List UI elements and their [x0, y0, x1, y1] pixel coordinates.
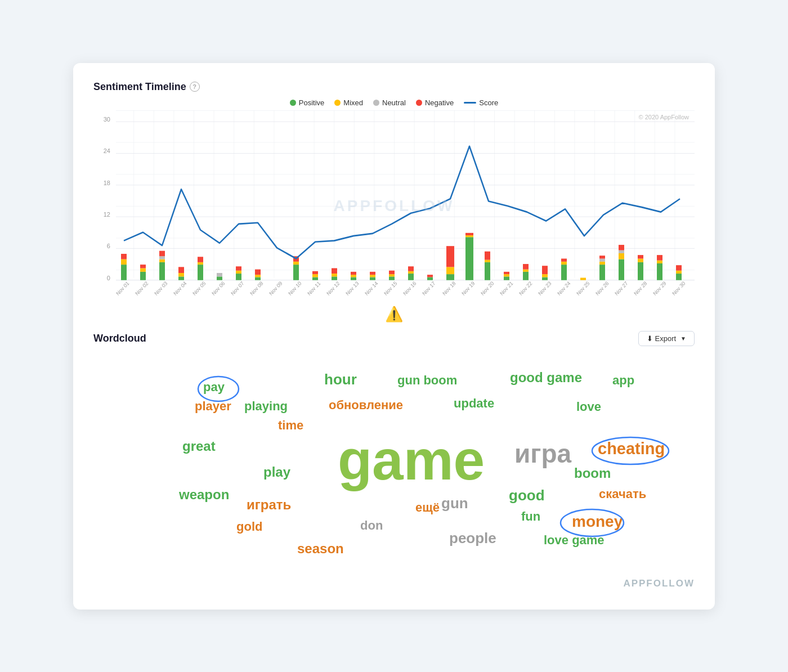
svg-rect-91: [599, 256, 605, 258]
word-weapon: weapon: [179, 488, 229, 501]
svg-rect-98: [638, 255, 643, 258]
svg-rect-68: [446, 246, 454, 267]
svg-rect-100: [657, 260, 662, 263]
word-igra: игра: [514, 441, 571, 467]
svg-rect-99: [657, 263, 662, 280]
svg-rect-76: [504, 274, 509, 276]
word-obnovlenie: обновление: [329, 399, 403, 411]
word-love: love: [576, 401, 601, 413]
svg-rect-90: [599, 258, 605, 261]
svg-text:Nov 19: Nov 19: [460, 280, 476, 297]
legend-score-line: [464, 102, 476, 104]
svg-text:Nov 11: Nov 11: [306, 280, 321, 297]
help-icon[interactable]: ?: [190, 82, 200, 92]
svg-rect-35: [217, 276, 222, 280]
svg-rect-71: [465, 232, 473, 235]
svg-rect-33: [198, 262, 203, 264]
svg-text:Nov 21: Nov 21: [499, 280, 514, 297]
svg-rect-103: [676, 270, 682, 273]
word-great: great: [182, 440, 216, 453]
svg-rect-93: [619, 253, 624, 259]
svg-text:Nov 29: Nov 29: [652, 280, 667, 297]
svg-rect-94: [619, 250, 624, 253]
svg-rect-28: [159, 250, 165, 256]
svg-text:Nov 06: Nov 06: [211, 280, 226, 297]
legend-neutral: Neutral: [373, 98, 406, 107]
svg-rect-34: [198, 257, 203, 262]
svg-rect-84: [561, 265, 567, 280]
svg-rect-24: [140, 265, 146, 268]
svg-rect-58: [389, 276, 395, 280]
svg-text:18: 18: [104, 179, 110, 186]
svg-rect-62: [408, 271, 414, 273]
svg-text:Nov 07: Nov 07: [230, 280, 245, 297]
legend-negative-label: Negative: [425, 98, 454, 107]
svg-text:Nov 18: Nov 18: [441, 280, 456, 297]
svg-rect-82: [542, 274, 548, 277]
legend-positive-label: Positive: [299, 98, 325, 107]
svg-rect-88: [599, 265, 605, 280]
svg-text:Nov 17: Nov 17: [421, 280, 436, 297]
main-card: Sentiment Timeline ? Positive Mixed Neut…: [73, 63, 715, 610]
svg-text:Nov 28: Nov 28: [633, 280, 648, 297]
svg-rect-39: [236, 266, 241, 270]
svg-rect-66: [446, 274, 454, 280]
word-gun: gun: [441, 496, 468, 510]
svg-rect-55: [370, 277, 375, 280]
legend-positive: Positive: [290, 98, 325, 107]
wordcloud-header: Wordcloud ⬇ Export ▼: [93, 331, 695, 346]
svg-rect-86: [561, 258, 567, 261]
svg-rect-47: [312, 274, 318, 277]
svg-rect-101: [657, 255, 662, 261]
svg-text:Nov 09: Nov 09: [268, 280, 283, 297]
legend-neutral-dot: [373, 100, 379, 106]
svg-rect-51: [332, 268, 337, 274]
svg-rect-42: [255, 269, 261, 275]
word-gun-boom: gun boom: [397, 374, 457, 387]
svg-text:12: 12: [104, 210, 110, 217]
footer-watermark: APPFOLLOW: [93, 578, 695, 589]
svg-rect-50: [332, 274, 337, 276]
svg-text:Nov 14: Nov 14: [364, 280, 379, 297]
word-app: app: [612, 374, 634, 387]
export-button[interactable]: ⬇ Export ▼: [638, 331, 695, 346]
svg-rect-25: [159, 262, 165, 280]
word-love-game: love game: [544, 534, 605, 546]
svg-text:Nov 15: Nov 15: [383, 280, 398, 297]
svg-rect-69: [465, 237, 473, 280]
svg-rect-95: [619, 245, 624, 250]
word-playing: playing: [244, 400, 288, 413]
svg-text:Nov 26: Nov 26: [594, 280, 610, 297]
svg-rect-92: [619, 259, 624, 280]
svg-rect-89: [599, 261, 605, 264]
chart-title-section: Sentiment Timeline ?: [93, 81, 695, 93]
svg-text:Nov 01: Nov 01: [115, 280, 130, 297]
svg-rect-70: [465, 235, 473, 237]
legend-mixed-label: Mixed: [343, 98, 363, 107]
word-gold: gold: [236, 521, 262, 533]
chart-copyright: © 2020 AppFollow: [639, 114, 689, 120]
svg-rect-80: [523, 264, 529, 270]
svg-text:Nov 12: Nov 12: [325, 280, 341, 297]
word-fun: fun: [521, 510, 540, 523]
chart-container: APPFOLLOW © 2020 AppFollow 0 6 12 18 24 …: [93, 110, 695, 302]
word-player: player: [195, 400, 231, 413]
legend-neutral-label: Neutral: [382, 98, 406, 107]
export-icon: ⬇: [647, 334, 653, 343]
svg-text:Nov 03: Nov 03: [153, 280, 168, 297]
svg-rect-83: [542, 266, 548, 274]
svg-rect-64: [427, 277, 433, 280]
svg-text:0: 0: [107, 274, 110, 281]
warning-icon: ⚠️: [385, 306, 403, 323]
svg-rect-78: [523, 271, 529, 280]
svg-rect-60: [389, 270, 395, 274]
svg-rect-0: [116, 110, 695, 278]
svg-rect-81: [542, 277, 548, 280]
svg-rect-27: [159, 256, 165, 259]
svg-text:Nov 20: Nov 20: [480, 280, 495, 297]
svg-rect-73: [485, 259, 490, 262]
svg-rect-77: [504, 271, 509, 274]
svg-rect-49: [332, 276, 337, 280]
svg-rect-22: [140, 271, 146, 280]
svg-text:Nov 22: Nov 22: [518, 280, 533, 297]
